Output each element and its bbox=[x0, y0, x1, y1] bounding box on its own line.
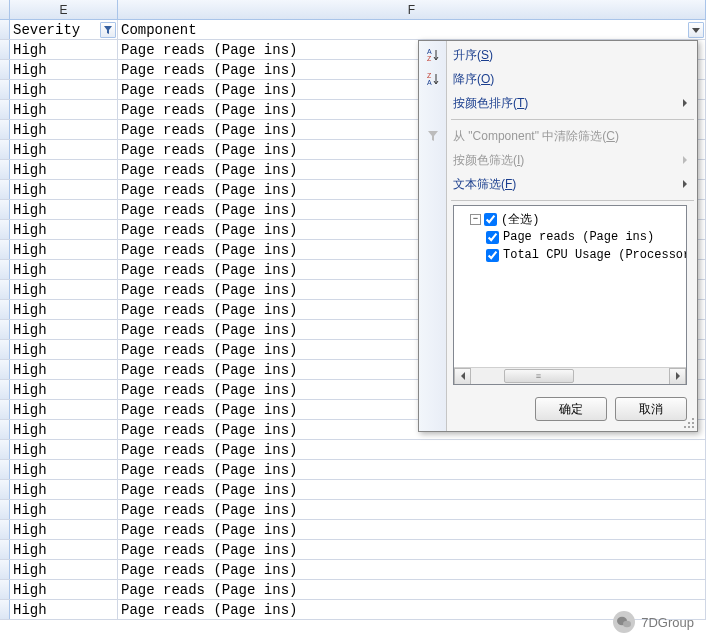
cell-component[interactable]: Page reads (Page ins) bbox=[118, 500, 706, 519]
horizontal-scrollbar[interactable]: ≡ bbox=[454, 367, 686, 384]
cell-severity[interactable]: High bbox=[10, 400, 118, 419]
cell-component[interactable]: Page reads (Page ins) bbox=[118, 480, 706, 499]
cell-severity[interactable]: High bbox=[10, 540, 118, 559]
cancel-button[interactable]: 取消 bbox=[615, 397, 687, 421]
cell-severity[interactable]: High bbox=[10, 120, 118, 139]
filter-item[interactable]: Page reads (Page ins) bbox=[456, 228, 684, 246]
cell-severity[interactable]: High bbox=[10, 60, 118, 79]
cell-component[interactable]: Page reads (Page ins) bbox=[118, 440, 706, 459]
row-header[interactable] bbox=[0, 420, 10, 439]
row-header[interactable] bbox=[0, 600, 10, 619]
column-header-f[interactable]: F bbox=[118, 0, 706, 19]
menu-text-filter[interactable]: 文本筛选(F) bbox=[419, 172, 697, 196]
scroll-thumb[interactable]: ≡ bbox=[504, 369, 574, 383]
row-header[interactable] bbox=[0, 100, 10, 119]
submenu-arrow-icon bbox=[683, 99, 687, 107]
filter-button-component[interactable] bbox=[688, 22, 704, 38]
row-header[interactable] bbox=[0, 580, 10, 599]
cell-component[interactable]: Page reads (Page ins) bbox=[118, 580, 706, 599]
cell-severity[interactable]: High bbox=[10, 100, 118, 119]
filter-button-severity[interactable] bbox=[100, 22, 116, 38]
row-header[interactable] bbox=[0, 440, 10, 459]
header-cell-component[interactable]: Component bbox=[118, 20, 706, 39]
cell-severity[interactable]: High bbox=[10, 520, 118, 539]
row-header[interactable] bbox=[0, 20, 10, 39]
cell-component[interactable]: Page reads (Page ins) bbox=[118, 540, 706, 559]
menu-sort-asc[interactable]: A Z 升序(S) bbox=[419, 43, 697, 67]
row-header[interactable] bbox=[0, 320, 10, 339]
cell-component[interactable]: Page reads (Page ins) bbox=[118, 520, 706, 539]
svg-text:Z: Z bbox=[427, 72, 432, 79]
cell-severity[interactable]: High bbox=[10, 220, 118, 239]
cell-severity[interactable]: High bbox=[10, 420, 118, 439]
menu-section-sort: A Z 升序(S) Z A 降序(O) 按颜色排序(T) bbox=[419, 41, 697, 117]
row-header[interactable] bbox=[0, 280, 10, 299]
cell-severity[interactable]: High bbox=[10, 240, 118, 259]
row-header[interactable] bbox=[0, 180, 10, 199]
row-header[interactable] bbox=[0, 200, 10, 219]
cell-component[interactable]: Page reads (Page ins) bbox=[118, 560, 706, 579]
row-header[interactable] bbox=[0, 40, 10, 59]
cell-severity[interactable]: High bbox=[10, 600, 118, 619]
cell-severity[interactable]: High bbox=[10, 80, 118, 99]
cell-severity[interactable]: High bbox=[10, 180, 118, 199]
cell-severity[interactable]: High bbox=[10, 200, 118, 219]
table-row: HighPage reads (Page ins) bbox=[0, 440, 706, 460]
row-header[interactable] bbox=[0, 300, 10, 319]
row-header[interactable] bbox=[0, 540, 10, 559]
scroll-left-button[interactable] bbox=[454, 368, 471, 385]
cell-severity[interactable]: High bbox=[10, 280, 118, 299]
row-header[interactable] bbox=[0, 480, 10, 499]
menu-sort-desc[interactable]: Z A 降序(O) bbox=[419, 67, 697, 91]
cell-severity[interactable]: High bbox=[10, 340, 118, 359]
row-header[interactable] bbox=[0, 400, 10, 419]
cell-severity[interactable]: High bbox=[10, 260, 118, 279]
menu-separator bbox=[451, 200, 694, 201]
row-header[interactable] bbox=[0, 360, 10, 379]
cell-severity[interactable]: High bbox=[10, 300, 118, 319]
row-header[interactable] bbox=[0, 380, 10, 399]
cell-severity[interactable]: High bbox=[10, 380, 118, 399]
tree-collapse-icon[interactable]: − bbox=[470, 214, 481, 225]
menu-label: 降序(O) bbox=[453, 71, 687, 88]
filter-item[interactable]: Total CPU Usage (Processor bbox=[456, 246, 684, 264]
row-header[interactable] bbox=[0, 340, 10, 359]
row-header[interactable] bbox=[0, 460, 10, 479]
cell-severity[interactable]: High bbox=[10, 140, 118, 159]
cell-severity[interactable]: High bbox=[10, 560, 118, 579]
cell-severity[interactable]: High bbox=[10, 360, 118, 379]
row-header[interactable] bbox=[0, 560, 10, 579]
row-header[interactable] bbox=[0, 60, 10, 79]
column-header-e[interactable]: E bbox=[10, 0, 118, 19]
cell-severity[interactable]: High bbox=[10, 40, 118, 59]
row-header[interactable] bbox=[0, 520, 10, 539]
menu-sort-by-color[interactable]: 按颜色排序(T) bbox=[419, 91, 697, 115]
cell-component[interactable]: Page reads (Page ins) bbox=[118, 460, 706, 479]
header-cell-severity[interactable]: Severity bbox=[10, 20, 118, 39]
cell-severity[interactable]: High bbox=[10, 480, 118, 499]
scroll-right-button[interactable] bbox=[669, 368, 686, 385]
cell-severity[interactable]: High bbox=[10, 160, 118, 179]
row-header[interactable] bbox=[0, 220, 10, 239]
filter-select-all[interactable]: − (全选) bbox=[456, 210, 684, 228]
checkbox-item[interactable] bbox=[486, 249, 499, 262]
table-row: HighPage reads (Page ins) bbox=[0, 460, 706, 480]
cell-severity[interactable]: High bbox=[10, 580, 118, 599]
row-header[interactable] bbox=[0, 500, 10, 519]
checkbox-item[interactable] bbox=[486, 231, 499, 244]
corner-cell bbox=[0, 0, 10, 19]
row-header[interactable] bbox=[0, 240, 10, 259]
row-header[interactable] bbox=[0, 140, 10, 159]
row-header[interactable] bbox=[0, 120, 10, 139]
checkbox-select-all[interactable] bbox=[484, 213, 497, 226]
ok-button[interactable]: 确定 bbox=[535, 397, 607, 421]
cell-severity[interactable]: High bbox=[10, 500, 118, 519]
cell-severity[interactable]: High bbox=[10, 460, 118, 479]
resize-grip-icon[interactable] bbox=[683, 417, 695, 429]
row-header[interactable] bbox=[0, 160, 10, 179]
row-header[interactable] bbox=[0, 260, 10, 279]
menu-label: 按颜色排序(T) bbox=[453, 95, 683, 112]
row-header[interactable] bbox=[0, 80, 10, 99]
cell-severity[interactable]: High bbox=[10, 440, 118, 459]
cell-severity[interactable]: High bbox=[10, 320, 118, 339]
